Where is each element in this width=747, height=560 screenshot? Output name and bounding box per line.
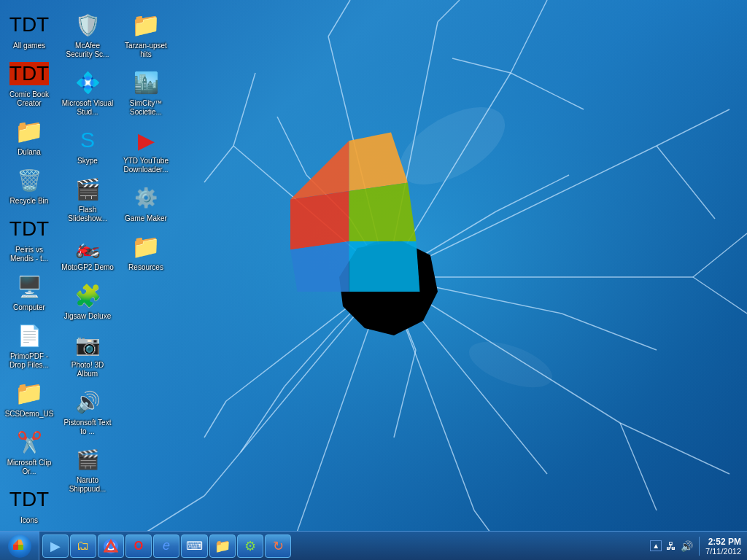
icon-pistonsoft[interactable]: 🔊 Pistonsoft Text to ... <box>58 383 117 440</box>
clock[interactable]: 2:52 PM 7/11/2012 <box>699 537 741 556</box>
taskbar-refresh[interactable]: ↻ <box>265 534 291 558</box>
svg-line-6 <box>292 277 387 547</box>
tray-icons: ▲ 🖧 🔊 <box>650 540 693 552</box>
taskbar-explorer[interactable]: 🗂 <box>70 534 96 558</box>
icon-computer[interactable]: 🖥️ Computer <box>0 268 58 316</box>
icon-icons[interactable]: TDT Icons <box>0 481 58 529</box>
svg-line-8 <box>226 277 387 401</box>
start-button[interactable] <box>0 532 39 561</box>
taskbar-opera[interactable]: O <box>125 534 152 558</box>
svg-line-5 <box>387 277 474 510</box>
icon-all-games[interactable]: TDT All games <box>0 6 58 55</box>
tray-show-hidden[interactable]: ▲ <box>650 540 662 551</box>
icon-resources[interactable]: 📁 Resources <box>117 228 175 276</box>
svg-line-4 <box>387 277 620 423</box>
svg-line-12 <box>387 277 547 474</box>
start-orb <box>8 534 31 558</box>
svg-line-7 <box>204 277 387 496</box>
icon-ytd[interactable]: ▶ YTD YouTube Downloader... <box>117 121 175 179</box>
desktop: TDT All games TDT Comic Book Creator 📁 D… <box>0 0 747 560</box>
icon-tarzan[interactable]: 📁 Tarzan-upset hits <box>117 6 175 63</box>
icon-photo3d[interactable]: 📷 Photo! 3D Album <box>58 325 117 383</box>
icon-skype[interactable]: S Skype <box>58 121 117 170</box>
icon-peiris-vs-mendis[interactable]: TDT Peiris vs Mendis - t... <box>0 210 58 268</box>
tray-network-icon[interactable]: 🖧 <box>666 540 676 552</box>
clock-date: 7/11/2012 <box>705 547 741 556</box>
svg-line-33 <box>496 175 569 211</box>
taskbar-chrome[interactable] <box>98 534 124 558</box>
svg-line-38 <box>394 350 416 438</box>
icon-ms-visual-studio[interactable]: 💠 Microsoft Visual Stud... <box>58 63 117 121</box>
icon-comic-book-creator[interactable]: TDT Comic Book Creator <box>0 55 58 112</box>
taskbar-folder[interactable]: 📁 <box>209 534 236 558</box>
svg-line-25 <box>204 401 226 438</box>
svg-line-26 <box>233 73 255 146</box>
svg-line-15 <box>511 73 584 109</box>
taskbar-ie[interactable]: e <box>153 534 179 558</box>
taskbar-keyboard[interactable]: ⌨ <box>181 534 208 558</box>
desktop-icons: TDT All games TDT Comic Book Creator 📁 D… <box>0 0 204 540</box>
svg-line-21 <box>620 423 657 510</box>
taskbar: ▶ 🗂 O e ⌨ 📁 ⚙ ↻ ▲ 🖧 🔊 <box>0 531 747 560</box>
icon-game-maker[interactable]: ⚙️ Game Maker <box>117 179 175 228</box>
svg-line-28 <box>328 0 350 36</box>
svg-line-13 <box>511 0 547 73</box>
windows-logo <box>263 124 452 292</box>
taskbar-gear[interactable]: ⚙ <box>237 534 263 558</box>
svg-line-14 <box>452 58 511 73</box>
svg-line-29 <box>438 0 460 22</box>
svg-line-41 <box>241 386 285 452</box>
icon-flash-slideshow[interactable]: 🎬 Flash Slideshow... <box>58 170 117 228</box>
svg-line-19 <box>693 277 747 314</box>
icon-mcafee[interactable]: 🛡️ McAfee Security Sc... <box>58 6 117 63</box>
icon-naruto[interactable]: 🎬 Naruto Shippuud... <box>58 440 117 498</box>
svg-point-46 <box>463 332 558 397</box>
svg-line-18 <box>693 233 747 277</box>
svg-line-40 <box>285 328 336 386</box>
svg-line-17 <box>657 146 715 219</box>
system-tray: ▲ 🖧 🔊 2:52 PM 7/11/2012 <box>644 532 747 560</box>
taskbar-media-player[interactable]: ▶ <box>42 534 69 558</box>
svg-line-27 <box>204 146 233 182</box>
svg-line-16 <box>657 109 729 146</box>
icon-simcity[interactable]: 🏙️ SimCity™ Societie... <box>117 63 175 121</box>
svg-line-31 <box>562 314 657 350</box>
icon-jigsaw-deluxe[interactable]: 🧩 Jigsaw Deluxe <box>58 276 117 325</box>
icon-microsoft-clip[interactable]: ✂️ Microsoft Clip Or... <box>0 423 58 481</box>
icon-primopdf[interactable]: 📄 PrimoPDF - Drop Files... <box>0 316 58 374</box>
clock-time: 2:52 PM <box>705 537 741 547</box>
icon-recycle-bin[interactable]: 🗑️ Recycle Bin <box>0 161 58 210</box>
icon-motogp2-demo[interactable]: 🏍️ MotoGP2 Demo <box>58 228 117 276</box>
tray-volume-icon[interactable]: 🔊 <box>681 540 693 552</box>
svg-line-20 <box>620 423 729 474</box>
icon-scsdemo[interactable]: 📁 SCSDemo_US <box>0 374 58 423</box>
icon-dulana[interactable]: 📁 Dulana <box>0 112 58 161</box>
taskbar-items: ▶ 🗂 O e ⌨ 📁 ⚙ ↻ <box>39 532 644 560</box>
